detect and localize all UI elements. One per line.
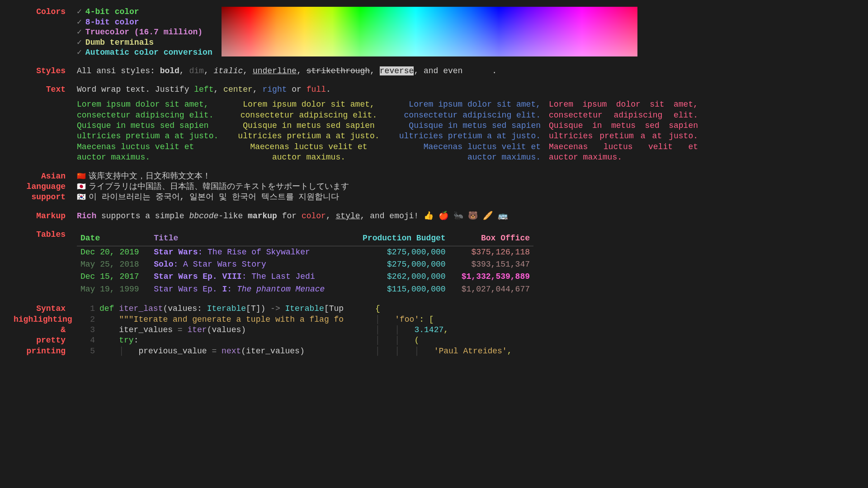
th-title: Title <box>150 231 349 246</box>
cjk-chinese: 🇨🇳该库支持中文，日文和韩文文本！ <box>77 171 854 182</box>
text-section: Text Word wrap text. Justify left, cente… <box>14 84 854 163</box>
pretty-print: {│ 'foo': [│ │ 3.1427,│ │ (│ │ │ 'Paul A… <box>375 304 512 357</box>
styles-label: Styles <box>14 66 77 76</box>
table-row: May 19, 1999Star Wars Ep. I: The phantom… <box>77 283 533 296</box>
table-row: Dec 20, 2019Star Wars: The Rise of Skywa… <box>77 246 533 258</box>
table-row: May 25, 2018Solo: A Star Wars Story$275,… <box>77 258 533 271</box>
movies-table: Date Title Production Budget Box Office … <box>77 231 533 296</box>
code-line: iter_values = iter(values) <box>99 325 366 335</box>
color-feature-item: ✓Truecolor (16.7 million) <box>77 27 212 38</box>
check-icon: ✓ <box>77 18 82 27</box>
text-label: Text <box>14 84 77 95</box>
flag-jp-icon: 🇯🇵 <box>77 183 86 191</box>
justify-line: Word wrap text. Justify left, center, ri… <box>77 84 854 95</box>
cjk-japanese: 🇯🇵ライブラリは中国語、日本語、韓国語のテキストをサポートしています <box>77 182 854 192</box>
lorem-left: Lorem ipsum dolor sit amet, consectetur … <box>77 99 226 163</box>
lorem-full: Lorem ipsum dolor sit amet, consectetur … <box>549 99 698 163</box>
code-block: 12345 def iter_last(values: Iterable[T])… <box>77 304 854 357</box>
check-icon: ✓ <box>77 48 82 57</box>
styles-section: Styles All ansi styles: bold, dim, itali… <box>14 66 854 76</box>
color-feature-item: ✓Automatic color conversion <box>77 47 212 58</box>
emoji-run: 👍 🍎 🐜 🐻 🥖 🚌 <box>424 211 508 221</box>
cjk-korean: 🇰🇷이 라이브러리는 중국어, 일본어 및 한국어 텍스트를 지원합니다 <box>77 192 854 202</box>
lorem-center: Lorem ipsum dolor sit amet, consectetur … <box>234 99 383 163</box>
markup-section: Markup Rich supports a simple bbcode-lik… <box>14 211 854 221</box>
code-line: try: <box>99 335 366 346</box>
table-row: Dec 15, 2017Star Wars Ep. VIII: The Last… <box>77 271 533 283</box>
code-line: def iter_last(values: Iterable[T]) -> It… <box>99 304 366 314</box>
syntax-section: Syntax highlighting & pretty printing 12… <box>14 304 854 357</box>
th-budget: Production Budget <box>349 231 449 246</box>
th-date: Date <box>77 231 150 246</box>
flag-kr-icon: 🇰🇷 <box>77 193 86 202</box>
check-icon: ✓ <box>77 38 82 47</box>
asian-label: Asian language support <box>14 171 77 203</box>
rainbow-swatch <box>222 7 637 56</box>
asian-section: Asian language support 🇨🇳该库支持中文，日文和韩文文本！… <box>14 171 854 203</box>
check-icon: ✓ <box>77 28 82 37</box>
color-feature-list: ✓4-bit color✓8-bit color✓Truecolor (16.7… <box>77 7 212 58</box>
markup-line: Rich supports a simple bbcode-like marku… <box>77 211 854 221</box>
color-feature-item: ✓8-bit color <box>77 17 212 28</box>
lorem-right: Lorem ipsum dolor sit amet, consectetur … <box>392 99 541 163</box>
markup-label: Markup <box>14 211 77 221</box>
code-line: """Iterate and generate a tuple with a f… <box>99 314 366 325</box>
colors-section: Colors ✓4-bit color✓8-bit color✓Truecolo… <box>14 7 854 58</box>
lorem-columns: Lorem ipsum dolor sit amet, consectetur … <box>77 99 854 163</box>
th-box: Box Office <box>449 231 533 246</box>
check-icon: ✓ <box>77 7 82 16</box>
color-feature-item: ✓Dumb terminals <box>77 38 212 48</box>
code-line: │ previous_value = next(iter_values) <box>99 346 366 357</box>
tables-section: Tables Date Title Production Budget Box … <box>14 230 854 296</box>
colors-label: Colors <box>14 7 77 17</box>
tables-label: Tables <box>14 230 77 240</box>
styles-text: All ansi styles: bold, dim, italic, unde… <box>77 66 854 76</box>
syntax-label: Syntax highlighting & pretty printing <box>14 304 77 357</box>
color-feature-item: ✓4-bit color <box>77 7 212 17</box>
flag-cn-icon: 🇨🇳 <box>77 173 86 181</box>
